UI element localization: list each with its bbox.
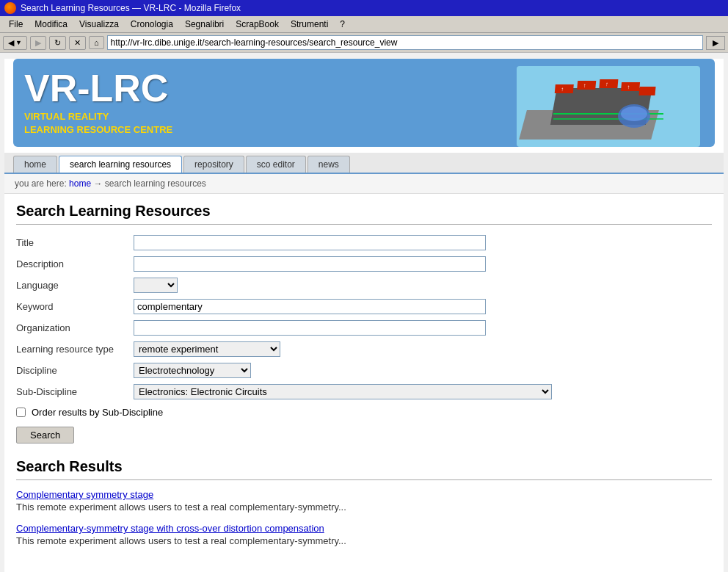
lr-type-label: Learning resource type bbox=[16, 344, 134, 355]
back-button[interactable]: ◀ ▼ bbox=[3, 36, 27, 50]
organization-control bbox=[134, 320, 486, 336]
svg-text:↑: ↑ bbox=[627, 84, 630, 90]
svg-rect-5 bbox=[599, 79, 618, 88]
discipline-row: Discipline Electrotechnology Mathematics… bbox=[16, 363, 712, 378]
title-label: Title bbox=[16, 237, 134, 248]
banner-text: VR-LRC VIRTUAL REALITY LEARNING RESOURCE… bbox=[24, 69, 172, 137]
page-content: VR-LRC VIRTUAL REALITY LEARNING RESOURCE… bbox=[4, 59, 724, 572]
menubar: File Modifica Visualizza Cronologia Segn… bbox=[0, 16, 728, 33]
order-checkbox-row: Order results by Sub-Discipline bbox=[16, 407, 712, 418]
home-button[interactable]: ⌂ bbox=[89, 36, 104, 49]
language-select[interactable]: EN IT FR bbox=[134, 278, 178, 293]
lr-type-select[interactable]: remote experiment lecture simulation exe… bbox=[134, 341, 280, 357]
svg-rect-6 bbox=[621, 82, 640, 91]
menu-cronologia[interactable]: Cronologia bbox=[125, 18, 179, 31]
result-item-1: Complementary symmetry stage This remote… bbox=[16, 489, 712, 513]
keyword-row: Keyword bbox=[16, 299, 712, 314]
svg-rect-7 bbox=[639, 87, 656, 95]
go-button[interactable]: ▶ bbox=[706, 36, 725, 50]
menu-modifica[interactable]: Modifica bbox=[29, 18, 73, 31]
banner-graphic: ↑ ↑ ↑ ↑ bbox=[517, 66, 700, 147]
organization-input[interactable] bbox=[134, 320, 486, 336]
tab-sco-editor[interactable]: sco editor bbox=[246, 156, 306, 173]
reload-button[interactable]: ↻ bbox=[49, 36, 66, 50]
language-row: Language EN IT FR bbox=[16, 278, 712, 293]
subdiscipline-select[interactable]: Electronics: Electronic Circuits Electro… bbox=[134, 384, 552, 399]
organization-row: Organization bbox=[16, 320, 712, 336]
result-link-1[interactable]: Complementary symmetry stage bbox=[16, 489, 153, 500]
window-title: Search Learning Resources — VR-LRC - Moz… bbox=[21, 3, 241, 13]
page-heading: Search Learning Resources bbox=[16, 203, 712, 225]
menu-strumenti[interactable]: Strumenti bbox=[285, 18, 334, 31]
menu-segnalibri[interactable]: Segnalibri bbox=[179, 18, 230, 31]
banner: VR-LRC VIRTUAL REALITY LEARNING RESOURCE… bbox=[13, 59, 715, 147]
tab-search-learning-resources[interactable]: search learning resources bbox=[59, 156, 182, 173]
subdiscipline-row: Sub-Discipline Electronics: Electronic C… bbox=[16, 384, 712, 399]
banner-subtitle: VIRTUAL REALITY LEARNING RESOURCE CENTRE bbox=[24, 110, 172, 137]
address-bar bbox=[107, 35, 703, 50]
menu-help[interactable]: ? bbox=[334, 18, 351, 31]
results-heading: Search Results bbox=[16, 458, 712, 480]
breadcrumb-home-link[interactable]: home bbox=[69, 178, 91, 189]
toolbar: ◀ ▼ ▶ ↻ ✕ ⌂ ▶ bbox=[0, 33, 728, 53]
firefox-icon bbox=[4, 2, 16, 14]
description-control bbox=[134, 256, 486, 272]
results-section: Search Results Complementary symmetry st… bbox=[16, 458, 712, 546]
lr-type-control: remote experiment lecture simulation exe… bbox=[134, 341, 280, 357]
breadcrumb-current: search learning resources bbox=[105, 178, 206, 189]
page-wrapper: VR-LRC VIRTUAL REALITY LEARNING RESOURCE… bbox=[0, 53, 728, 572]
svg-rect-3 bbox=[555, 84, 574, 93]
result-description-2: This remote experiment allows users to t… bbox=[16, 535, 712, 546]
language-label: Language bbox=[16, 280, 134, 291]
tab-repository[interactable]: repository bbox=[183, 156, 244, 173]
organization-label: Organization bbox=[16, 322, 134, 333]
stop-button[interactable]: ✕ bbox=[69, 36, 86, 50]
description-input[interactable] bbox=[134, 256, 486, 272]
tab-news[interactable]: news bbox=[307, 156, 350, 173]
lr-type-row: Learning resource type remote experiment… bbox=[16, 341, 712, 357]
title-control bbox=[134, 235, 486, 250]
subdiscipline-control: Electronics: Electronic Circuits Electro… bbox=[134, 384, 552, 399]
discipline-select[interactable]: Electrotechnology Mathematics Physics Co… bbox=[134, 363, 251, 378]
title-input[interactable] bbox=[134, 235, 486, 250]
breadcrumb: you are here: home → search learning res… bbox=[4, 174, 724, 194]
language-control: EN IT FR bbox=[134, 278, 178, 293]
discipline-label: Discipline bbox=[16, 365, 134, 376]
search-button[interactable]: Search bbox=[16, 427, 74, 444]
discipline-control: Electrotechnology Mathematics Physics Co… bbox=[134, 363, 251, 378]
order-checkbox-label: Order results by Sub-Discipline bbox=[32, 407, 163, 418]
menu-visualizza[interactable]: Visualizza bbox=[73, 18, 125, 31]
result-description-1: This remote experiment allows users to t… bbox=[16, 502, 712, 513]
svg-text:↑: ↑ bbox=[605, 81, 608, 87]
tab-home[interactable]: home bbox=[13, 156, 57, 173]
description-label: Description bbox=[16, 258, 134, 269]
menu-scrapbook[interactable]: ScrapBook bbox=[230, 18, 285, 31]
description-row: Description bbox=[16, 256, 712, 272]
subdiscipline-label: Sub-Discipline bbox=[16, 386, 134, 397]
main-content: Search Learning Resources Title Descript… bbox=[4, 194, 724, 565]
svg-rect-4 bbox=[577, 81, 596, 90]
url-input[interactable] bbox=[111, 37, 699, 48]
svg-point-15 bbox=[621, 106, 647, 121]
title-row: Title bbox=[16, 235, 712, 250]
nav-tabs: home search learning resources repositor… bbox=[4, 153, 724, 174]
keyword-control bbox=[134, 299, 486, 314]
menu-file[interactable]: File bbox=[3, 18, 29, 31]
titlebar: Search Learning Resources — VR-LRC - Moz… bbox=[0, 0, 728, 16]
result-item-2: Complementary-symmetry stage with cross-… bbox=[16, 523, 712, 546]
svg-text:↑: ↑ bbox=[561, 86, 564, 93]
forward-button[interactable]: ▶ bbox=[30, 36, 46, 50]
svg-text:↑: ↑ bbox=[583, 82, 586, 89]
banner-title: VR-LRC bbox=[24, 69, 172, 107]
order-checkbox[interactable] bbox=[16, 408, 26, 417]
keyword-input[interactable] bbox=[134, 299, 486, 314]
keyword-label: Keyword bbox=[16, 301, 134, 312]
result-link-2[interactable]: Complementary-symmetry stage with cross-… bbox=[16, 523, 324, 534]
